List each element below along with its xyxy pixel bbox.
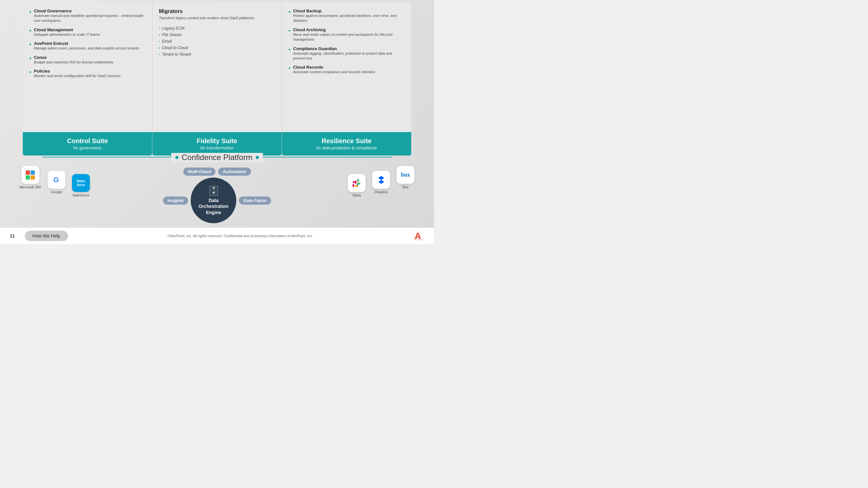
- resilience-suite-title: Resilience Suite: [285, 137, 408, 145]
- slack-label: Slack: [352, 193, 361, 197]
- item-title: AvePoint Entrust: [34, 41, 139, 46]
- svg-rect-1: [31, 170, 35, 175]
- svg-rect-11: [355, 185, 358, 187]
- migrators-header: Migrators: [159, 8, 275, 14]
- svg-rect-0: [26, 170, 30, 175]
- slack-icon-box: [348, 174, 366, 192]
- migrators-subdesc: Transform legacy content into modern clo…: [159, 15, 275, 21]
- app-icon-box: box Box: [397, 166, 414, 189]
- app-icons-right: Slack Dropbox box Box: [348, 166, 414, 197]
- cloud-governance-item: Cloud Governance Automate manual and rep…: [34, 8, 146, 24]
- cense-item: Cense Budget and maximize ROI for licens…: [34, 55, 113, 65]
- salesforce-label: Salesforce: [72, 193, 90, 197]
- m365-icon-box: [22, 166, 39, 184]
- automation-label: Automation: [218, 167, 251, 176]
- item-desc: Automate tagging, classification, protec…: [293, 51, 405, 61]
- list-item: Tenant to Tenant: [159, 51, 275, 58]
- page-number: 11: [10, 233, 15, 238]
- item-title: Cloud Records: [293, 65, 375, 70]
- item-desc: Automate manual and repetitive operation…: [34, 13, 146, 24]
- item-title: Compliance Guardian: [293, 46, 405, 51]
- item-title: Policies: [34, 69, 121, 73]
- cloud-backup-item: Cloud Backup Protect against ransomware,…: [293, 8, 405, 24]
- box-icon-box: box: [397, 166, 414, 184]
- footer: 11 How We Help ©AvePoint, Inc. All right…: [0, 228, 434, 244]
- item-desc: Manage admin users, processes, and data …: [34, 46, 139, 51]
- app-icon-salesforce: Salesforce Salesforce: [72, 174, 90, 197]
- app-icons-left: Microsoft 365 G Google Salesforce Salesf…: [20, 166, 90, 197]
- list-item: • Cloud Governance Automate manual and r…: [29, 8, 146, 24]
- bullet-icon: •: [29, 69, 31, 76]
- avepoint-entrust-item: AvePoint Entrust Manage admin users, pro…: [34, 41, 139, 51]
- list-item: • Cense Budget and maximize ROI for lice…: [29, 55, 146, 65]
- dropbox-label: Dropbox: [374, 190, 388, 194]
- svg-text:G: G: [53, 176, 59, 184]
- item-title: Cloud Management: [34, 27, 100, 32]
- control-suite-column: • Cloud Governance Automate manual and r…: [23, 3, 152, 156]
- bullet-icon: •: [288, 9, 290, 16]
- list-item: • Cloud Records Automate content complia…: [288, 65, 405, 74]
- fidelity-suite-title: Fidelity Suite: [156, 137, 278, 145]
- control-suite-title: Control Suite: [26, 137, 149, 145]
- item-desc: Protect against ransomware, accidental d…: [293, 13, 405, 24]
- control-suite-items: • Cloud Governance Automate manual and r…: [29, 8, 146, 132]
- box-label: Box: [402, 185, 409, 189]
- data-fabric-label: Data Fabric: [239, 196, 271, 205]
- list-item: • Compliance Guardian Automate tagging, …: [288, 46, 405, 61]
- list-item: • AvePoint Entrust Manage admin users, p…: [29, 41, 146, 51]
- list-item: • Policies Monitor and revert configurat…: [29, 69, 146, 78]
- insights-label: Insights: [163, 196, 188, 205]
- migrators-list: Legacy ECM File Shares Email Cloud to Cl…: [159, 25, 275, 58]
- copyright-text: ©AvePoint, Inc. All rights reserved. Con…: [68, 234, 412, 238]
- suites-container: • Cloud Governance Automate manual and r…: [23, 3, 411, 156]
- avepoint-logo: A: [412, 229, 424, 242]
- confidence-platform-title: Confidence Platform: [171, 153, 263, 162]
- multicloud-label: Multi-Cloud: [183, 167, 216, 176]
- cloud-records-item: Cloud Records Automate content complianc…: [293, 65, 375, 74]
- list-item: File Shares: [159, 32, 275, 38]
- dot-left: [175, 156, 179, 159]
- engine-labels-top: Multi-Cloud Automation: [183, 167, 251, 176]
- dot-right: [255, 156, 259, 159]
- bullet-icon: •: [29, 41, 31, 48]
- how-we-help-label: How We Help: [25, 231, 68, 241]
- svg-rect-9: [352, 181, 356, 183]
- engine-area: Multi-Cloud Automation Insights 🗄️ DataO…: [163, 167, 271, 223]
- list-item: • Cloud Management Delegate administrati…: [29, 27, 146, 37]
- bullet-icon: •: [288, 46, 290, 54]
- policies-item: Policies Monitor and revert configuratio…: [34, 69, 121, 78]
- item-title: Cloud Archiving: [293, 27, 405, 32]
- dropbox-icon-box: [372, 171, 390, 189]
- svg-marker-13: [378, 176, 384, 180]
- list-item: Cloud to Cloud: [159, 44, 275, 51]
- salesforce-icon-box: Salesforce: [72, 174, 90, 192]
- google-label: Google: [51, 190, 62, 194]
- resilience-suite-items: • Cloud Backup Protect against ransomwar…: [288, 8, 405, 132]
- confidence-section: Confidence Platform Microsoft 365: [0, 150, 434, 228]
- list-item: Legacy ECM: [159, 25, 275, 32]
- bullet-icon: •: [288, 28, 290, 35]
- fidelity-suite-column: Migrators Transform legacy content into …: [152, 3, 282, 156]
- resilience-suite-column: • Cloud Backup Protect against ransomwar…: [282, 3, 411, 156]
- list-item: • Cloud Backup Protect against ransomwar…: [288, 8, 405, 24]
- m365-label: Microsoft 365: [20, 185, 41, 189]
- google-icon-box: G: [48, 171, 65, 189]
- bullet-icon: •: [29, 28, 31, 35]
- bullet-icon: •: [29, 55, 31, 62]
- item-title: Cloud Governance: [34, 8, 146, 13]
- svg-rect-7: [357, 179, 359, 182]
- item-desc: Monitor and revert configuration drift f…: [34, 73, 121, 78]
- svg-rect-5: [352, 184, 354, 187]
- engine-circle: 🗄️ DataOrchestrationEngine: [191, 177, 236, 223]
- bullet-icon: •: [288, 65, 290, 72]
- item-desc: Delegate administration to scale IT team…: [34, 32, 100, 37]
- item-title: Cloud Backup: [293, 8, 405, 13]
- svg-rect-3: [31, 175, 35, 180]
- engine-text: DataOrchestrationEngine: [198, 197, 228, 215]
- slide-page: • Cloud Governance Automate manual and r…: [0, 0, 434, 244]
- item-desc: Budget and maximize ROI for license enti…: [34, 60, 113, 65]
- engine-icon: 🗄️: [208, 186, 219, 196]
- list-item: Email: [159, 38, 275, 44]
- cloud-archiving-item: Cloud Archiving Move and retain copies o…: [293, 27, 405, 42]
- app-icon-m365: Microsoft 365: [20, 166, 41, 189]
